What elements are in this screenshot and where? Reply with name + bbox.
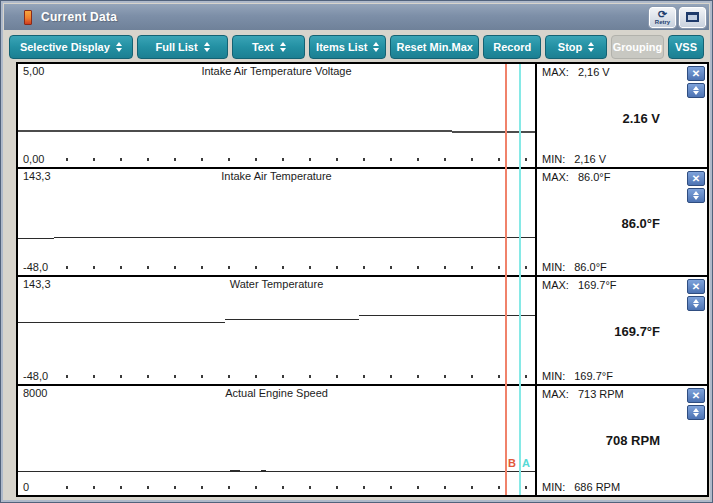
plot-area[interactable]: 143,3 Intake Air Temperature -48,0 — [18, 169, 537, 275]
value-readout: MAX: 713 RPM 708 RPM MIN: 686 RPM ✕ — [537, 386, 707, 495]
trace-line — [54, 237, 535, 238]
dropdown-arrows-icon — [588, 42, 594, 52]
stop-label: Stop — [558, 41, 582, 53]
channel-title: Intake Air Temperature Voltage — [18, 65, 535, 77]
plot-area[interactable]: 5,00 Intake Air Temperature Voltage 0,00 — [18, 64, 537, 167]
reorder-channel-icon[interactable] — [687, 188, 705, 203]
max-label: MAX: — [542, 171, 569, 183]
trace-line — [452, 131, 535, 133]
cursor-line-b[interactable] — [505, 64, 507, 495]
trace-line — [230, 470, 240, 471]
reorder-channel-icon[interactable] — [687, 405, 705, 420]
scale-min-label: -48,0 — [23, 370, 48, 382]
scale-min-label: 0,00 — [23, 153, 44, 165]
reorder-channel-icon[interactable] — [687, 296, 705, 311]
graph-panel: 5,00 Intake Air Temperature Voltage 0,00… — [16, 62, 709, 497]
selective-display-dropdown[interactable]: Selective Display — [9, 35, 133, 59]
max-readout: MAX: 86.0°F — [542, 171, 610, 183]
full-list-dropdown[interactable]: Full List — [137, 35, 229, 59]
value-readout: MAX: 169.7°F 169.7°F MIN: 169.7°F ✕ — [537, 277, 707, 384]
reorder-channel-icon[interactable] — [687, 83, 705, 98]
vss-label: VSS — [675, 41, 697, 53]
current-value: 708 RPM — [606, 433, 660, 448]
reset-minmax-button[interactable]: Reset Min.Max — [390, 35, 479, 59]
max-readout: MAX: 2,16 V — [542, 66, 610, 78]
channel-title: Intake Air Temperature — [18, 170, 535, 182]
toolbar: Selective Display Full List Text Items L… — [4, 32, 709, 61]
min-value: 2,16 V — [574, 153, 606, 165]
dropdown-arrows-icon — [373, 42, 379, 52]
max-readout: MAX: 713 RPM — [542, 388, 624, 400]
axis-ticks — [66, 266, 529, 269]
trace-line — [18, 130, 452, 132]
plot-area[interactable]: 143,3 Water Temperature -48,0 — [18, 277, 537, 384]
items-list-label: Items List — [316, 41, 367, 53]
scale-min-label: -48,0 — [23, 261, 48, 273]
cursor-line-a[interactable] — [519, 64, 521, 495]
axis-ticks — [66, 375, 529, 378]
max-label: MAX: — [542, 388, 569, 400]
max-label: MAX: — [542, 66, 569, 78]
current-value: 169.7°F — [614, 324, 660, 339]
channel-row-engine-speed: 8000 Actual Engine Speed 0 MAX: 713 RPM … — [18, 386, 707, 495]
trace-line — [225, 319, 359, 320]
items-list-dropdown[interactable]: Items List — [309, 35, 386, 59]
trace-line — [261, 470, 266, 471]
retry-label: Retry — [655, 19, 670, 25]
dropdown-arrows-icon — [116, 42, 122, 52]
app-icon — [24, 10, 32, 25]
retry-button[interactable]: ⟳ Retry — [649, 7, 676, 28]
close-channel-icon[interactable]: ✕ — [687, 171, 705, 186]
channel-title: Water Temperature — [18, 278, 535, 290]
min-value: 686 RPM — [574, 481, 620, 493]
window-title: Current Data — [41, 10, 117, 24]
min-label: MIN: — [542, 370, 565, 382]
value-readout: MAX: 2,16 V 2.16 V MIN: 2,16 V ✕ — [537, 64, 707, 167]
axis-ticks — [66, 158, 529, 161]
selective-display-label: Selective Display — [20, 41, 110, 53]
close-channel-icon[interactable]: ✕ — [687, 279, 705, 294]
max-value: 86.0°F — [578, 171, 611, 183]
maximize-icon — [686, 12, 699, 22]
channel-title: Actual Engine Speed — [18, 387, 535, 399]
min-label: MIN: — [542, 153, 565, 165]
min-readout: MIN: 169.7°F — [542, 370, 613, 382]
title-bar[interactable]: Current Data ⟳ Retry — [4, 4, 709, 30]
max-value: 2,16 V — [578, 66, 610, 78]
full-list-label: Full List — [155, 41, 197, 53]
vss-button[interactable]: VSS — [668, 35, 704, 59]
min-value: 86.0°F — [574, 261, 607, 273]
maximize-button[interactable] — [679, 7, 706, 28]
min-value: 169.7°F — [574, 370, 613, 382]
record-button[interactable]: Record — [483, 35, 541, 59]
min-label: MIN: — [542, 481, 565, 493]
dropdown-arrows-icon — [280, 42, 286, 52]
grouping-label: Grouping — [613, 41, 663, 53]
stop-dropdown[interactable]: Stop — [545, 35, 607, 59]
min-readout: MIN: 86.0°F — [542, 261, 607, 273]
max-readout: MAX: 169.7°F — [542, 279, 617, 291]
channel-row-intake-air-temp-voltage: 5,00 Intake Air Temperature Voltage 0,00… — [18, 64, 707, 169]
close-channel-icon[interactable]: ✕ — [687, 388, 705, 403]
max-value: 713 RPM — [578, 388, 624, 400]
dropdown-arrows-icon — [204, 42, 210, 52]
reset-minmax-label: Reset Min.Max — [397, 41, 473, 53]
grouping-button: Grouping — [611, 35, 664, 59]
record-label: Record — [493, 41, 531, 53]
trace-line — [18, 471, 535, 472]
app-window: Current Data ⟳ Retry Selective Display F… — [0, 0, 713, 503]
axis-ticks — [66, 486, 529, 489]
min-label: MIN: — [542, 261, 565, 273]
channel-row-water-temp: 143,3 Water Temperature -48,0 MAX: 169.7… — [18, 277, 707, 386]
channel-row-intake-air-temp: 143,3 Intake Air Temperature -48,0 MAX: … — [18, 169, 707, 277]
cursor-label-b: B — [508, 457, 516, 469]
retry-icon: ⟳ — [658, 10, 667, 19]
close-channel-icon[interactable]: ✕ — [687, 66, 705, 81]
plot-area[interactable]: 8000 Actual Engine Speed 0 — [18, 386, 537, 495]
text-dropdown[interactable]: Text — [232, 35, 305, 59]
current-value: 2.16 V — [622, 111, 660, 126]
trace-line — [18, 238, 54, 239]
current-value: 86.0°F — [622, 216, 660, 231]
text-label: Text — [252, 41, 274, 53]
value-readout: MAX: 86.0°F 86.0°F MIN: 86.0°F ✕ — [537, 169, 707, 275]
